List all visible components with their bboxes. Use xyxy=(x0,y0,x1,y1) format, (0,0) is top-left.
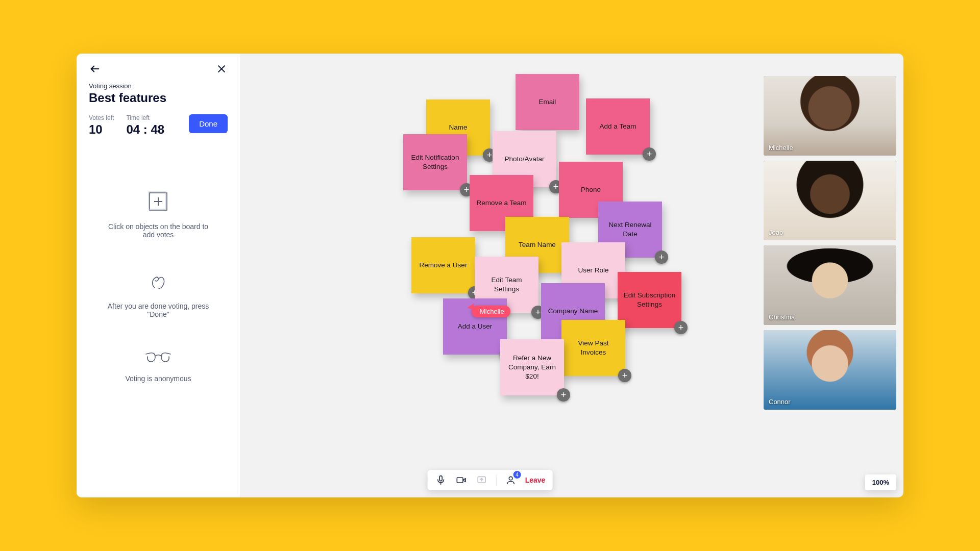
sticky-label: User Role xyxy=(578,266,608,275)
call-toolbar: 4 Leave xyxy=(428,470,553,490)
sticky-plus-icon xyxy=(144,188,172,215)
sticky-label: Name xyxy=(449,123,467,132)
sticky-label: Add a Team xyxy=(600,122,636,131)
toolbar-separator xyxy=(496,474,497,486)
voting-panel: Voting session Best features Votes left … xyxy=(77,54,240,497)
video-tile-christina[interactable]: Christina xyxy=(764,245,896,325)
sticky-label: Remove a User xyxy=(420,261,468,270)
sticky-label: Team Name xyxy=(519,240,556,249)
tip-anonymous: Voting is anonymous xyxy=(125,347,191,383)
sticky-label: Add a User xyxy=(458,322,493,331)
sticky-label: Edit Notification Settings xyxy=(408,153,462,171)
participants-count-badge: 4 xyxy=(513,471,521,479)
done-button[interactable]: Done xyxy=(189,114,228,133)
sticky-label: Company Name xyxy=(548,307,598,316)
app-window: Voting session Best features Votes left … xyxy=(77,54,903,497)
add-vote-icon[interactable]: + xyxy=(643,147,656,161)
sticky-refer-company[interactable]: Refer a New Company, Earn $20!+ xyxy=(500,339,564,395)
sticky-edit-subscription[interactable]: Edit Subscription Settings+ xyxy=(618,272,681,328)
microphone-icon[interactable] xyxy=(435,474,447,486)
sticky-label: Email xyxy=(539,97,556,107)
close-icon[interactable] xyxy=(215,63,228,75)
voting-tips: Click on objects on the board to add vot… xyxy=(89,188,228,383)
sticky-label: Remove a Team xyxy=(476,198,526,208)
votes-left-value: 10 xyxy=(89,122,114,137)
sticky-view-past-invoices[interactable]: View Past Invoices+ xyxy=(561,320,625,376)
remote-cursor: Michelle xyxy=(472,306,510,317)
video-feed xyxy=(764,161,896,240)
add-vote-icon[interactable]: + xyxy=(674,321,688,334)
tip-press-done: After you are done voting, press "Done" xyxy=(102,267,214,318)
sticky-label: Next Renewal Date xyxy=(603,220,657,239)
tip-text: Click on objects on the board to add vot… xyxy=(102,222,214,239)
video-tile-joao[interactable]: Joao xyxy=(764,161,896,240)
time-left-label: Time left xyxy=(126,114,164,121)
video-tile-connor[interactable]: Connor xyxy=(764,330,896,410)
sticky-edit-notifications[interactable]: Edit Notification Settings+ xyxy=(403,134,467,190)
svg-point-12 xyxy=(509,477,512,480)
time-left: Time left 04 : 48 xyxy=(126,114,164,137)
camera-icon[interactable] xyxy=(455,474,468,486)
sticky-remove-a-user[interactable]: Remove a User+ xyxy=(411,237,475,293)
participant-video-column: MichelleJoaoChristinaConnor xyxy=(764,76,896,410)
time-left-value: 04 : 48 xyxy=(126,122,164,137)
sticky-label: Phone xyxy=(581,185,601,194)
sticky-label: View Past Invoices xyxy=(567,339,620,357)
voting-stats: Votes left 10 Time left 04 : 48 Done xyxy=(89,114,228,137)
participant-name: Connor xyxy=(769,398,791,406)
sticky-label: Edit Team Settings xyxy=(480,276,533,294)
votes-left: Votes left 10 xyxy=(89,114,114,137)
share-screen-icon[interactable] xyxy=(476,474,488,486)
svg-rect-9 xyxy=(457,478,463,483)
add-vote-icon[interactable]: + xyxy=(618,369,631,382)
session-title: Best features xyxy=(89,91,228,105)
sticky-add-a-team[interactable]: Add a Team+ xyxy=(586,98,650,155)
svg-rect-7 xyxy=(439,476,442,481)
tip-click-to-vote: Click on objects on the board to add vot… xyxy=(102,188,214,239)
sticky-label: Edit Subscription Settings xyxy=(623,291,676,309)
leave-button[interactable]: Leave xyxy=(525,476,546,484)
participants-icon[interactable]: 4 xyxy=(505,474,517,486)
session-subtitle: Voting session xyxy=(89,82,228,90)
participant-name: Michelle xyxy=(769,144,793,152)
svg-rect-4 xyxy=(149,192,166,209)
panel-top-row xyxy=(89,63,228,75)
tip-text: Voting is anonymous xyxy=(125,374,191,383)
participant-name: Joao xyxy=(769,229,783,236)
zoom-level[interactable]: 100% xyxy=(865,474,896,490)
back-arrow-icon[interactable] xyxy=(89,63,101,75)
tip-text: After you are done voting, press "Done" xyxy=(102,302,214,318)
video-tile-michelle[interactable]: Michelle xyxy=(764,76,896,156)
participant-name: Christina xyxy=(769,313,795,321)
sticky-label: Photo/Avatar xyxy=(505,155,545,164)
sticky-label: Refer a New Company, Earn $20! xyxy=(505,354,559,382)
votes-left-label: Votes left xyxy=(89,114,114,121)
add-vote-icon[interactable]: + xyxy=(557,388,570,402)
ok-hand-icon xyxy=(144,267,172,295)
sticky-email[interactable]: Email xyxy=(516,74,579,130)
add-vote-icon[interactable]: + xyxy=(655,251,668,264)
glasses-icon xyxy=(143,347,174,367)
